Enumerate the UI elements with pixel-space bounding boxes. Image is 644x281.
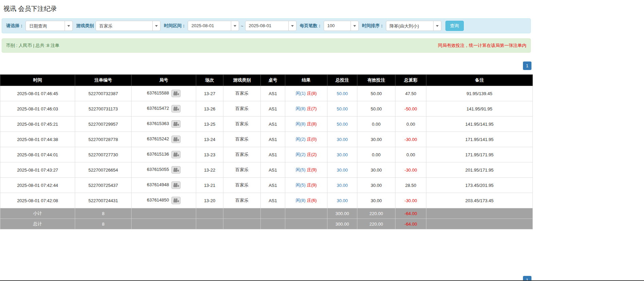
page-1-button[interactable]: 1 <box>523 62 531 70</box>
total-bet-link[interactable]: 50.00 <box>337 91 348 96</box>
cell-result: 闲(2)庄(0) <box>285 132 327 147</box>
date-from-select[interactable]: 2025-08-01 <box>188 21 239 31</box>
total-bet-link[interactable]: 50.00 <box>337 122 348 127</box>
cell-result: 闲(5)庄(9) <box>285 178 327 193</box>
cell-valid-bet: 50.00 <box>357 101 395 117</box>
video-replay-icon[interactable] <box>171 120 181 128</box>
chevron-down-icon[interactable] <box>152 21 160 31</box>
pagination-top: 1 <box>0 62 532 70</box>
empty-cell <box>132 208 196 219</box>
cell-table-no: AS1 <box>261 193 285 208</box>
cell-session: 13-23 <box>196 147 223 162</box>
cell-game-type: 百家乐 <box>223 101 261 117</box>
total-valid-bet: 220.00 <box>357 219 395 229</box>
banker-result: 庄(8) <box>307 91 317 96</box>
cell-remark: 141.95/141.95 <box>426 117 533 132</box>
cell-total-bet: 30.00 <box>327 132 357 147</box>
empty-cell <box>132 219 196 229</box>
total-bet-link[interactable]: 30.00 <box>337 198 348 203</box>
total-bet-link[interactable]: 30.00 <box>337 152 348 157</box>
cell-time: 2025-08-01 07:45:21 <box>0 117 75 132</box>
table-row: 2025-08-01 07:42:44 522700725437 6376149… <box>0 178 533 193</box>
cell-payout: 0.00 <box>395 147 426 162</box>
empty-cell <box>261 208 285 219</box>
total-bet-link[interactable]: 30.00 <box>337 183 348 188</box>
cell-table-no: AS1 <box>261 117 285 132</box>
subtotal-total-bet: 300.00 <box>327 208 357 219</box>
cell-bet-id: 522700725437 <box>75 178 132 193</box>
bet-records-table: 时间 注单编号 局号 场次 游戏类别 桌号 结果 总投注 有效投注 总派彩 备注… <box>0 74 533 229</box>
cell-session: 13-20 <box>196 193 223 208</box>
player-result: 闲(5) <box>296 167 306 172</box>
game-type-select[interactable]: 百家乐 <box>96 21 160 31</box>
date-to-value: 2025-08-01 <box>245 21 289 31</box>
col-header-remark: 备注 <box>426 75 533 86</box>
cell-result: 闲(2)庄(2) <box>285 147 327 162</box>
query-type-select[interactable]: 日期查询 <box>26 21 73 31</box>
table-row: 2025-08-01 07:44:01 522700727730 6376151… <box>0 147 533 162</box>
cell-valid-bet: 30.00 <box>357 178 395 193</box>
cell-result: 闲(8)庄(6) <box>285 193 327 208</box>
cell-round: 637614948 <box>132 178 196 193</box>
video-replay-icon[interactable] <box>171 105 181 112</box>
cell-payout: -30.00 <box>395 162 426 178</box>
page-size-label: 每页笔数： <box>300 23 322 29</box>
empty-cell <box>223 208 261 219</box>
total-total-bet: 300.00 <box>327 219 357 229</box>
cell-valid-bet: 0.00 <box>357 147 395 162</box>
subtotal-payout: -64.00 <box>395 208 426 219</box>
sort-order-value: 降幂(由大到小) <box>386 21 434 31</box>
filter-bar: 请选择： 日期查询 游戏类别 百家乐 时间区间： 2025-08-01 ~ 20… <box>2 18 531 33</box>
total-bet-link[interactable]: 50.00 <box>337 106 348 111</box>
video-replay-icon[interactable] <box>171 166 181 174</box>
cell-remark: 173.45/201.95 <box>426 178 533 193</box>
cell-payout: -30.00 <box>395 132 426 147</box>
cell-table-no: AS1 <box>261 162 285 178</box>
cell-total-bet: 50.00 <box>327 101 357 117</box>
empty-cell <box>426 208 533 219</box>
total-bet-link[interactable]: 30.00 <box>337 168 348 173</box>
sort-order-select[interactable]: 降幂(由大到小) <box>386 21 441 31</box>
total-count: 8 <box>75 219 132 229</box>
empty-cell <box>261 219 285 229</box>
col-header-round: 局号 <box>132 75 196 86</box>
chevron-down-icon[interactable] <box>231 21 239 31</box>
game-type-value: 百家乐 <box>96 21 153 31</box>
cell-bet-id: 522700727730 <box>75 147 132 162</box>
video-replay-icon[interactable] <box>171 90 181 97</box>
chevron-down-icon[interactable] <box>288 21 296 31</box>
table-row: 2025-08-01 07:46:45 522700732387 6376155… <box>0 86 533 101</box>
total-bet-link[interactable]: 30.00 <box>337 137 348 142</box>
banker-result: 庄(0) <box>307 137 317 142</box>
date-from-value: 2025-08-01 <box>188 21 231 31</box>
cell-round: 637615055 <box>132 162 196 178</box>
banker-result: 庄(7) <box>307 106 317 111</box>
cell-time: 2025-08-01 07:46:45 <box>0 86 75 101</box>
cell-result: 闲(8)庄(7) <box>285 101 327 117</box>
search-button[interactable]: 查询 <box>445 21 464 31</box>
date-to-select[interactable]: 2025-08-01 <box>245 21 296 31</box>
video-replay-icon[interactable] <box>171 151 181 158</box>
page-size-select[interactable]: 100 <box>324 21 359 31</box>
video-replay-icon[interactable] <box>171 197 181 204</box>
cell-payout: -50.00 <box>395 101 426 117</box>
chevron-down-icon[interactable] <box>433 21 441 31</box>
cell-valid-bet: 50.00 <box>357 86 395 101</box>
total-payout: -64.00 <box>395 219 426 229</box>
cell-time: 2025-08-01 07:42:08 <box>0 193 75 208</box>
empty-cell <box>223 219 261 229</box>
chevron-down-icon[interactable] <box>65 21 73 31</box>
video-replay-icon[interactable] <box>171 181 181 189</box>
col-header-session: 场次 <box>196 75 223 86</box>
round-number: 637614948 <box>147 182 169 187</box>
cell-time: 2025-08-01 07:43:27 <box>0 162 75 178</box>
table-footer: 小计 8 300.00 220.00 -64.00 总计 8 <box>0 208 533 229</box>
video-replay-icon[interactable] <box>171 136 181 143</box>
banker-result: 庄(2) <box>307 152 317 157</box>
cell-payout: 28.50 <box>395 178 426 193</box>
player-result: 闲(8) <box>296 198 306 203</box>
cell-bet-id: 522700726654 <box>75 162 132 178</box>
cell-remark: 203.45/173.45 <box>426 193 533 208</box>
cell-game-type: 百家乐 <box>223 178 261 193</box>
chevron-down-icon[interactable] <box>351 21 359 31</box>
